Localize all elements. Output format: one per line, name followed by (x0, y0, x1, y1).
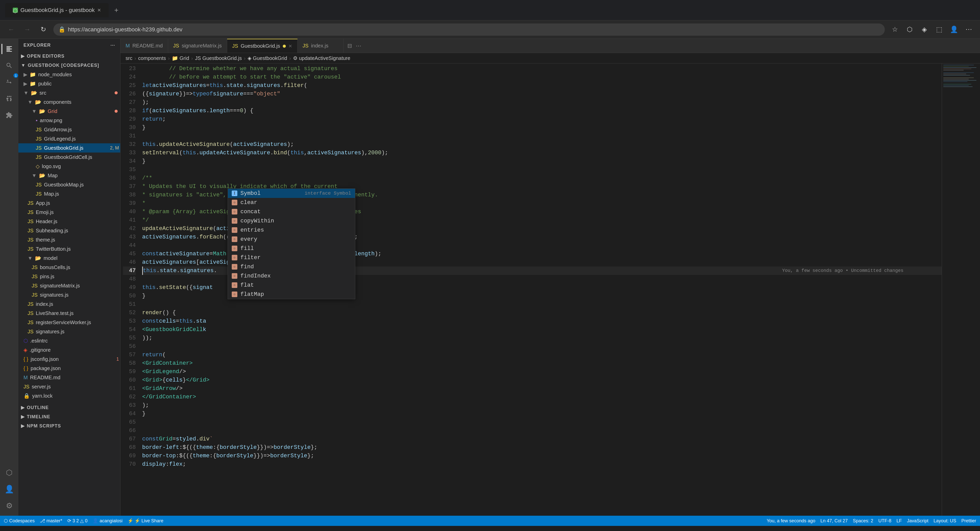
tree-item-public[interactable]: ▶ 📁 public (18, 79, 120, 88)
autocomplete-item-clear[interactable]: ○ clear (228, 198, 355, 207)
back-button[interactable]: ← (5, 24, 18, 36)
autocomplete-item-findindex[interactable]: ○ findIndex (228, 271, 355, 281)
autocomplete-item-concat[interactable]: ○ concat (228, 207, 355, 216)
npm-scripts-header[interactable]: ▶ NPM SCRIPTS (18, 421, 120, 431)
project-header[interactable]: ▼ GUESTBOOK [CODESPACES] (18, 61, 120, 70)
tab-close-button[interactable]: ✕ (97, 7, 101, 13)
forward-button[interactable]: → (21, 24, 33, 36)
tree-item-model[interactable]: ▼ 📂 model (18, 254, 120, 263)
tree-item-theme-js[interactable]: JS theme.js (18, 235, 120, 244)
activity-run-debug[interactable] (2, 91, 17, 106)
code-content[interactable]: // Determine whether we have any actual … (138, 63, 942, 516)
tree-item-signaturematrix-js[interactable]: JS signatureMatrix.js (18, 281, 120, 290)
tree-item-map-js[interactable]: JS Map.js (18, 189, 120, 198)
more-actions-icon[interactable]: ⋯ (356, 43, 361, 49)
tree-item-src[interactable]: ▼ 📂 src (18, 88, 120, 97)
status-encoding[interactable]: UTF-8 (878, 518, 891, 524)
timeline-header[interactable]: ▶ TIMELINE (18, 412, 120, 421)
autocomplete-item-fill[interactable]: ○ fill (228, 244, 355, 253)
tree-item-eslintrc[interactable]: ⬡ .eslintrc (18, 336, 120, 346)
outline-header[interactable]: ▶ OUTLINE (18, 403, 120, 412)
tree-item-node-modules[interactable]: ▶ 📁 node_modules (18, 70, 120, 79)
autocomplete-item-every[interactable]: ○ every (228, 235, 355, 244)
tree-item-readme-md[interactable]: M README.md (18, 373, 120, 382)
autocomplete-item-flat[interactable]: ○ flat (228, 281, 355, 290)
tree-item-gridlegend-js[interactable]: JS GridLegend.js (18, 134, 120, 143)
tree-item-yarn-lock[interactable]: 🔒 yarn.lock (18, 391, 120, 400)
tree-item-signatures-js[interactable]: JS signatures.js (18, 290, 120, 300)
activity-search[interactable] (2, 58, 17, 73)
extensions-button[interactable]: ⬚ (933, 24, 945, 36)
opera-icon[interactable]: ⬡ (904, 24, 916, 36)
menu-button[interactable]: ⋯ (963, 24, 975, 36)
autocomplete-item-find[interactable]: ○ find (228, 262, 355, 271)
tree-item-map[interactable]: ▼ 📂 Map (18, 171, 120, 180)
tree-item-guestbookmap-js[interactable]: JS GuestbookMap.js (18, 180, 120, 189)
status-codespaces[interactable]: ⬡ Codespaces (4, 518, 35, 524)
autocomplete-dropdown[interactable]: I Symbol interface Symbol ○ clear ○ conc… (228, 189, 355, 299)
status-formatter[interactable]: Prettier (961, 518, 976, 524)
code-editor[interactable]: 2324252627 2829303132 3334353637 3839404… (121, 63, 980, 516)
breadcrumb-src[interactable]: src (126, 55, 132, 61)
status-git-blame[interactable]: You, a few seconds ago (767, 518, 815, 524)
tree-item-guestbookgrid-js[interactable]: JS GuestbookGrid.js 2, M (18, 143, 120, 152)
status-sync[interactable]: ⟳ 3 2 △ 0 (67, 518, 88, 524)
profile-button[interactable]: 👤 (948, 24, 960, 36)
tree-item-jsconfig-json[interactable]: { } jsconfig.json 1 (18, 355, 120, 364)
breadcrumb-guestbookgrid-class[interactable]: ◈ GuestbookGrid (248, 55, 287, 61)
status-spaces[interactable]: Spaces: 2 (853, 518, 873, 524)
tree-item-emoji-js[interactable]: JS Emoji.js (18, 208, 120, 217)
breadcrumb-updateactivesignature[interactable]: ⚙ updateActiveSignature (293, 55, 350, 61)
tree-item-registerserviceworker-js[interactable]: JS registerServiceWorker.js (18, 318, 120, 327)
breadcrumb-guestbookgridjs[interactable]: JS GuestbookGrid.js (195, 55, 242, 61)
tab-readme-md[interactable]: M README.md (121, 39, 168, 53)
split-editor-icon[interactable]: ⊟ (347, 43, 352, 49)
sidebar-menu-icon[interactable]: ⋯ (110, 42, 115, 48)
address-bar[interactable]: 🔒 https://acangialosi-guestbook-h239.git… (53, 24, 885, 36)
status-language[interactable]: JavaScript (907, 518, 928, 524)
status-git-branch[interactable]: ⎇ master* (40, 518, 62, 524)
autocomplete-item-copywithin[interactable]: ○ copyWithin (228, 216, 355, 225)
bookmark-button[interactable]: ☆ (889, 24, 901, 36)
copilot-icon[interactable]: ◈ (918, 24, 931, 36)
status-user[interactable]: 👤 acangialosi (93, 518, 123, 524)
activity-explorer[interactable] (2, 41, 17, 57)
tree-item-liveshare-test-js[interactable]: JS LiveShare.test.js (18, 309, 120, 318)
tab-guestbookgrid-js[interactable]: JS GuestbookGrid.js ✕ (227, 39, 298, 53)
activity-extensions[interactable] (2, 108, 17, 123)
new-tab-button[interactable]: + (111, 5, 121, 15)
browser-tab[interactable]: ⬡ GuestbookGrid.js - guestbook ✕ (5, 3, 109, 17)
tree-item-arrow-png[interactable]: ▪ arrow.png (18, 116, 120, 125)
activity-remote[interactable]: ⬡ (2, 465, 17, 480)
tab-index-js[interactable]: JS index.js (298, 39, 344, 53)
tree-item-package-json[interactable]: { } package.json (18, 364, 120, 373)
tree-item-index-js[interactable]: JS index.js (18, 300, 120, 309)
tree-item-subheading-js[interactable]: JS Subheading.js (18, 226, 120, 235)
tab-signaturematrix-js[interactable]: JS signatureMatrix.js (168, 39, 227, 53)
status-position[interactable]: Ln 47, Col 27 (821, 518, 848, 524)
tree-item-server-js[interactable]: JS server.js (18, 382, 120, 391)
tree-item-guestbookgridcell-js[interactable]: JS GuestbookGridCell.js (18, 152, 120, 162)
status-layout[interactable]: Layout: US (934, 518, 956, 524)
activity-accounts[interactable]: 👤 (2, 481, 17, 496)
tree-item-header-js[interactable]: JS Header.js (18, 217, 120, 226)
tree-item-bonuscells-js[interactable]: JS bonusCells.js (18, 263, 120, 272)
tree-item-twitterbutton-js[interactable]: JS TwitterButton.js (18, 244, 120, 254)
tree-item-gridarrow-js[interactable]: JS GridArrow.js (18, 125, 120, 134)
tab-close-icon[interactable]: ✕ (288, 43, 292, 49)
autocomplete-item-symbol[interactable]: I Symbol interface Symbol (228, 189, 355, 198)
status-liveshare[interactable]: ⚡ ⚡ Live Share (127, 518, 163, 524)
tree-item-pins-js[interactable]: JS pins.js (18, 272, 120, 281)
breadcrumb-components[interactable]: components (138, 55, 166, 61)
autocomplete-item-filter[interactable]: ○ filter (228, 253, 355, 262)
tree-item-gitignore[interactable]: ◈ .gitignore (18, 346, 120, 355)
tree-item-app-js[interactable]: JS App.js (18, 198, 120, 208)
autocomplete-item-flatmap[interactable]: ○ flatMap (228, 290, 355, 299)
activity-source-control[interactable]: 1 (2, 74, 17, 90)
autocomplete-item-entries[interactable]: ○ entries (228, 225, 355, 235)
tree-item-signatures2-js[interactable]: JS signatures.js (18, 327, 120, 336)
reload-button[interactable]: ↻ (37, 24, 49, 36)
tree-item-components[interactable]: ▼ 📂 components (18, 97, 120, 106)
tree-item-grid[interactable]: ▼ 📂 Grid (18, 106, 120, 116)
activity-settings[interactable]: ⚙ (2, 498, 17, 513)
